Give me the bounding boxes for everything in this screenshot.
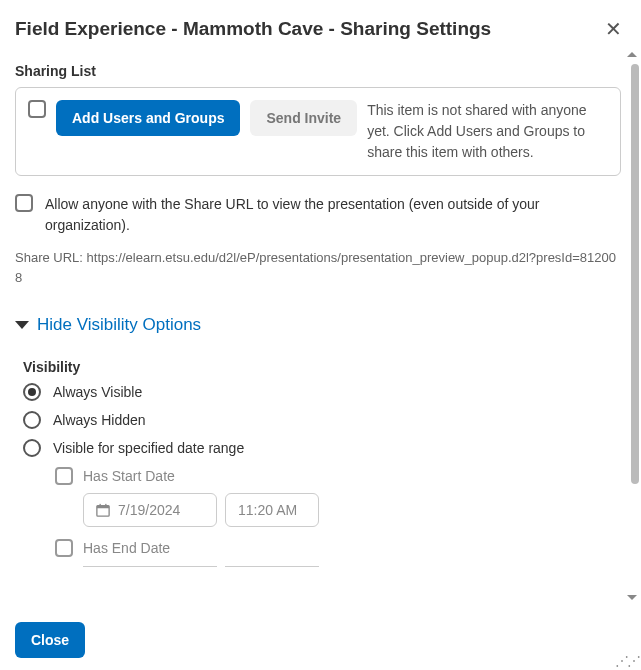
svg-rect-1 (97, 506, 109, 509)
share-url-text: Share URL: https://elearn.etsu.edu/d2l/e… (15, 248, 621, 287)
has-start-date-label: Has Start Date (83, 468, 175, 484)
end-date-field[interactable] (83, 565, 217, 567)
resize-grip-icon[interactable]: ⋰⋰ (615, 654, 639, 668)
end-date-inputs (83, 565, 621, 567)
visibility-range-row[interactable]: Visible for specified date range (23, 439, 621, 457)
sharing-settings-dialog: Field Experience - Mammoth Cave - Sharin… (0, 0, 641, 670)
visibility-toggle-label: Hide Visibility Options (37, 315, 201, 335)
chevron-down-icon (15, 321, 29, 329)
end-date-row: Has End Date (55, 539, 621, 557)
start-time-value: 11:20 AM (238, 502, 297, 518)
has-end-date-label: Has End Date (83, 540, 170, 556)
select-all-checkbox[interactable] (28, 100, 46, 118)
scroll-up-icon[interactable] (627, 52, 637, 57)
always-visible-label: Always Visible (53, 384, 142, 400)
start-time-field[interactable]: 11:20 AM (225, 493, 319, 527)
has-end-date-checkbox[interactable] (55, 539, 73, 557)
calendar-icon (96, 503, 110, 517)
date-range-radio[interactable] (23, 439, 41, 457)
visibility-always-row[interactable]: Always Visible (23, 383, 621, 401)
allow-url-row: Allow anyone with the Share URL to view … (15, 194, 621, 236)
visibility-toggle[interactable]: Hide Visibility Options (15, 315, 621, 335)
allow-url-label: Allow anyone with the Share URL to view … (45, 194, 621, 236)
send-invite-button[interactable]: Send Invite (250, 100, 357, 136)
dialog-title: Field Experience - Mammoth Cave - Sharin… (15, 18, 491, 40)
always-hidden-radio[interactable] (23, 411, 41, 429)
sharing-list-heading: Sharing List (15, 63, 621, 79)
dialog-body: Sharing List Add Users and Groups Send I… (15, 63, 641, 614)
dialog-header: Field Experience - Mammoth Cave - Sharin… (15, 15, 641, 43)
start-date-field[interactable]: 7/19/2024 (83, 493, 217, 527)
start-date-row: Has Start Date (55, 467, 621, 485)
share-url-label: Share URL: (15, 250, 87, 265)
always-visible-radio[interactable] (23, 383, 41, 401)
sharing-empty-message: This item is not shared with anyone yet.… (367, 100, 608, 163)
visibility-section: Visibility Always Visible Always Hidden … (15, 359, 621, 567)
start-date-value: 7/19/2024 (118, 502, 180, 518)
close-button[interactable]: Close (15, 622, 85, 658)
dialog-footer: Close (15, 614, 641, 670)
date-range-section: Has Start Date 7/19/2024 11:20 AM (23, 467, 621, 567)
add-users-button[interactable]: Add Users and Groups (56, 100, 240, 136)
svg-rect-3 (105, 504, 106, 507)
has-start-date-checkbox[interactable] (55, 467, 73, 485)
allow-url-checkbox[interactable] (15, 194, 33, 212)
visibility-hidden-row[interactable]: Always Hidden (23, 411, 621, 429)
start-date-inputs: 7/19/2024 11:20 AM (83, 493, 621, 527)
end-time-field[interactable] (225, 565, 319, 567)
close-icon[interactable]: ✕ (601, 15, 626, 43)
visibility-heading: Visibility (23, 359, 621, 375)
date-range-label: Visible for specified date range (53, 440, 244, 456)
share-url-value: https://elearn.etsu.edu/d2l/eP/presentat… (15, 250, 616, 285)
sharing-list-box: Add Users and Groups Send Invite This it… (15, 87, 621, 176)
svg-rect-2 (100, 504, 101, 507)
always-hidden-label: Always Hidden (53, 412, 146, 428)
